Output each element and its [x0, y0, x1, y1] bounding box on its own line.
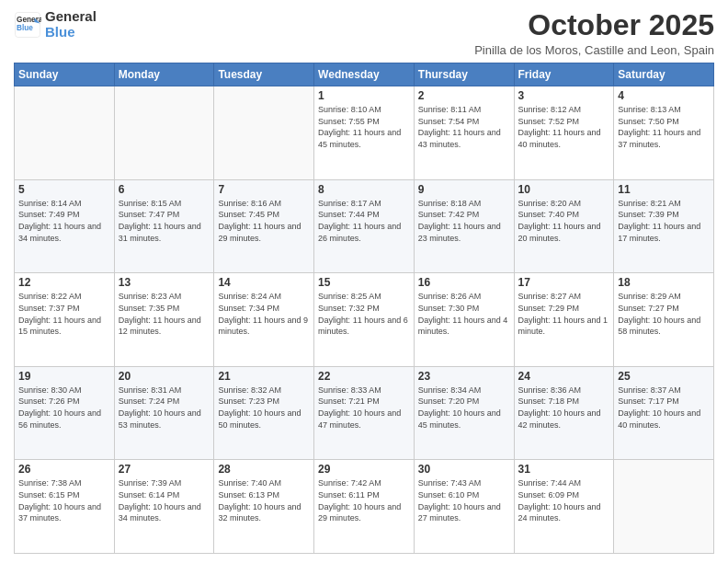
day-info: Sunrise: 7:39 AM Sunset: 6:14 PM Dayligh…: [119, 477, 210, 523]
day-info: Sunrise: 7:44 AM Sunset: 6:09 PM Dayligh…: [518, 477, 610, 523]
day-number: 11: [618, 183, 710, 196]
calendar-header-row: SundayMondayTuesdayWednesdayThursdayFrid…: [15, 63, 714, 86]
calendar-cell: 23Sunrise: 8:34 AM Sunset: 7:20 PM Dayli…: [414, 366, 514, 460]
week-row-4: 19Sunrise: 8:30 AM Sunset: 7:26 PM Dayli…: [15, 366, 714, 460]
calendar-cell: [614, 460, 714, 554]
calendar-cell: 1Sunrise: 8:10 AM Sunset: 7:55 PM Daylig…: [314, 86, 415, 180]
page: General Blue General Blue October 2025 P…: [0, 0, 728, 563]
calendar-cell: 13Sunrise: 8:23 AM Sunset: 7:35 PM Dayli…: [114, 273, 214, 367]
day-number: 30: [418, 463, 510, 476]
calendar-cell: [114, 86, 214, 180]
day-number: 2: [418, 89, 510, 102]
day-number: 15: [318, 276, 410, 289]
day-number: 13: [119, 276, 210, 289]
day-info: Sunrise: 8:12 AM Sunset: 7:52 PM Dayligh…: [518, 104, 610, 150]
day-number: 12: [18, 276, 110, 289]
calendar-cell: 18Sunrise: 8:29 AM Sunset: 7:27 PM Dayli…: [614, 273, 714, 367]
day-number: 16: [418, 276, 510, 289]
calendar-cell: 22Sunrise: 8:33 AM Sunset: 7:21 PM Dayli…: [314, 366, 415, 460]
day-header-saturday: Saturday: [614, 63, 714, 86]
day-number: 21: [218, 370, 310, 383]
day-number: 9: [418, 183, 510, 196]
day-info: Sunrise: 8:34 AM Sunset: 7:20 PM Dayligh…: [418, 385, 510, 431]
day-info: Sunrise: 8:10 AM Sunset: 7:55 PM Dayligh…: [318, 104, 410, 150]
day-number: 23: [418, 370, 510, 383]
calendar-cell: 12Sunrise: 8:22 AM Sunset: 7:37 PM Dayli…: [15, 273, 115, 367]
header: General Blue General Blue October 2025 P…: [14, 9, 714, 57]
month-title: October 2025: [474, 9, 714, 41]
day-number: 14: [218, 276, 310, 289]
title-block: October 2025 Pinilla de los Moros, Casti…: [474, 9, 714, 57]
day-number: 18: [618, 276, 710, 289]
day-header-tuesday: Tuesday: [214, 63, 314, 86]
calendar-cell: 29Sunrise: 7:42 AM Sunset: 6:11 PM Dayli…: [314, 460, 415, 554]
day-number: 29: [318, 463, 410, 476]
day-info: Sunrise: 8:16 AM Sunset: 7:45 PM Dayligh…: [218, 198, 310, 244]
day-info: Sunrise: 8:27 AM Sunset: 7:29 PM Dayligh…: [518, 291, 610, 337]
calendar-cell: 9Sunrise: 8:18 AM Sunset: 7:42 PM Daylig…: [414, 179, 514, 273]
day-info: Sunrise: 8:30 AM Sunset: 7:26 PM Dayligh…: [18, 385, 110, 431]
day-number: 26: [18, 463, 110, 476]
day-header-monday: Monday: [114, 63, 214, 86]
day-info: Sunrise: 8:36 AM Sunset: 7:18 PM Dayligh…: [518, 385, 610, 431]
day-number: 28: [218, 463, 310, 476]
week-row-5: 26Sunrise: 7:38 AM Sunset: 6:15 PM Dayli…: [15, 460, 714, 554]
calendar-body: 1Sunrise: 8:10 AM Sunset: 7:55 PM Daylig…: [15, 86, 714, 554]
day-info: Sunrise: 8:18 AM Sunset: 7:42 PM Dayligh…: [418, 198, 510, 244]
calendar-cell: 27Sunrise: 7:39 AM Sunset: 6:14 PM Dayli…: [114, 460, 214, 554]
day-number: 27: [119, 463, 210, 476]
day-info: Sunrise: 7:43 AM Sunset: 6:10 PM Dayligh…: [418, 477, 510, 523]
svg-text:Blue: Blue: [17, 24, 33, 32]
day-number: 20: [119, 370, 210, 383]
calendar-cell: [214, 86, 314, 180]
day-header-thursday: Thursday: [414, 63, 514, 86]
day-number: 19: [18, 370, 110, 383]
day-number: 24: [518, 370, 610, 383]
day-number: 5: [18, 183, 110, 196]
logo-icon: General Blue: [14, 11, 41, 39]
calendar-cell: 21Sunrise: 8:32 AM Sunset: 7:23 PM Dayli…: [214, 366, 314, 460]
logo-text: General Blue: [45, 9, 97, 40]
week-row-1: 1Sunrise: 8:10 AM Sunset: 7:55 PM Daylig…: [15, 86, 714, 180]
day-number: 25: [618, 370, 710, 383]
calendar-cell: 15Sunrise: 8:25 AM Sunset: 7:32 PM Dayli…: [314, 273, 415, 367]
day-info: Sunrise: 8:14 AM Sunset: 7:49 PM Dayligh…: [18, 198, 110, 244]
day-header-sunday: Sunday: [15, 63, 115, 86]
calendar-cell: 8Sunrise: 8:17 AM Sunset: 7:44 PM Daylig…: [314, 179, 415, 273]
calendar-cell: 3Sunrise: 8:12 AM Sunset: 7:52 PM Daylig…: [514, 86, 614, 180]
week-row-2: 5Sunrise: 8:14 AM Sunset: 7:49 PM Daylig…: [15, 179, 714, 273]
day-info: Sunrise: 8:11 AM Sunset: 7:54 PM Dayligh…: [418, 104, 510, 150]
day-number: 31: [518, 463, 610, 476]
calendar-cell: 31Sunrise: 7:44 AM Sunset: 6:09 PM Dayli…: [514, 460, 614, 554]
calendar-cell: 10Sunrise: 8:20 AM Sunset: 7:40 PM Dayli…: [514, 179, 614, 273]
day-info: Sunrise: 8:25 AM Sunset: 7:32 PM Dayligh…: [318, 291, 410, 337]
calendar-cell: 26Sunrise: 7:38 AM Sunset: 6:15 PM Dayli…: [15, 460, 115, 554]
day-info: Sunrise: 8:17 AM Sunset: 7:44 PM Dayligh…: [318, 198, 410, 244]
day-info: Sunrise: 7:42 AM Sunset: 6:11 PM Dayligh…: [318, 477, 410, 523]
day-number: 10: [518, 183, 610, 196]
calendar-cell: [15, 86, 115, 180]
day-number: 8: [318, 183, 410, 196]
calendar-cell: 2Sunrise: 8:11 AM Sunset: 7:54 PM Daylig…: [414, 86, 514, 180]
day-number: 7: [218, 183, 310, 196]
day-info: Sunrise: 8:23 AM Sunset: 7:35 PM Dayligh…: [119, 291, 210, 337]
logo: General Blue General Blue: [14, 9, 97, 40]
day-info: Sunrise: 7:38 AM Sunset: 6:15 PM Dayligh…: [18, 477, 110, 523]
calendar-cell: 25Sunrise: 8:37 AM Sunset: 7:17 PM Dayli…: [614, 366, 714, 460]
calendar-cell: 7Sunrise: 8:16 AM Sunset: 7:45 PM Daylig…: [214, 179, 314, 273]
calendar-cell: 30Sunrise: 7:43 AM Sunset: 6:10 PM Dayli…: [414, 460, 514, 554]
day-number: 3: [518, 89, 610, 102]
calendar-cell: 5Sunrise: 8:14 AM Sunset: 7:49 PM Daylig…: [15, 179, 115, 273]
day-number: 4: [618, 89, 710, 102]
day-info: Sunrise: 8:33 AM Sunset: 7:21 PM Dayligh…: [318, 385, 410, 431]
location-subtitle: Pinilla de los Moros, Castille and Leon,…: [474, 43, 714, 57]
day-number: 22: [318, 370, 410, 383]
day-info: Sunrise: 8:32 AM Sunset: 7:23 PM Dayligh…: [218, 385, 310, 431]
day-info: Sunrise: 8:26 AM Sunset: 7:30 PM Dayligh…: [418, 291, 510, 337]
day-info: Sunrise: 8:22 AM Sunset: 7:37 PM Dayligh…: [18, 291, 110, 337]
day-info: Sunrise: 8:21 AM Sunset: 7:39 PM Dayligh…: [618, 198, 710, 244]
day-info: Sunrise: 8:13 AM Sunset: 7:50 PM Dayligh…: [618, 104, 710, 150]
calendar-cell: 24Sunrise: 8:36 AM Sunset: 7:18 PM Dayli…: [514, 366, 614, 460]
day-number: 17: [518, 276, 610, 289]
calendar-cell: 11Sunrise: 8:21 AM Sunset: 7:39 PM Dayli…: [614, 179, 714, 273]
